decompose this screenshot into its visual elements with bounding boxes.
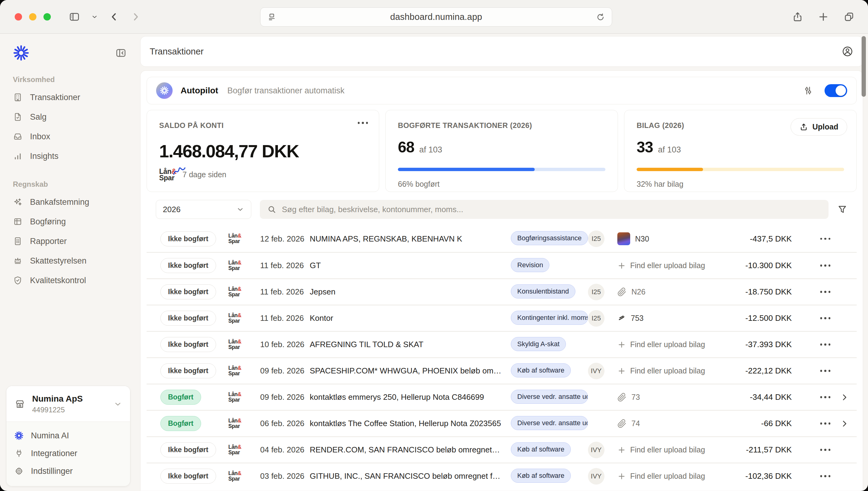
booked-card: BOGFØRTE TRANSAKTIONER (2026) 68 af 103 …: [385, 110, 618, 192]
row-menu-button[interactable]: [820, 317, 831, 319]
transaction-date: 09 feb. 2026: [260, 366, 310, 376]
bilag-code[interactable]: 753: [631, 314, 643, 323]
sidebar-item-bankafstemning[interactable]: Bankafstemning: [0, 192, 138, 212]
sidebar-item-inbox[interactable]: Inbox: [0, 127, 138, 146]
search-box[interactable]: [260, 200, 829, 219]
company-name: Numina ApS: [32, 394, 83, 404]
sidebar-item-numina-ai[interactable]: Numina AI: [14, 427, 122, 444]
transaction-row[interactable]: Bogført Lån&Spar 09 feb. 2026 kontaktløs…: [147, 383, 857, 410]
row-menu-button[interactable]: [820, 396, 831, 398]
row-menu-button[interactable]: [820, 264, 831, 267]
company-switcher[interactable]: Numina ApS 44991225: [6, 386, 130, 422]
tab-overview-icon[interactable]: [843, 11, 855, 22]
add-bilag-button[interactable]: Find eller upload bilag: [617, 367, 705, 375]
sliders-icon[interactable]: [803, 85, 813, 96]
sidebar-item-integrationer[interactable]: Integrationer: [14, 444, 122, 462]
reader-icon[interactable]: [267, 12, 276, 22]
sidebar-item-skattestyrelsen[interactable]: Skattestyrelsen: [0, 251, 138, 270]
status-badge: Ikke bogført: [160, 469, 216, 484]
bilag-code[interactable]: 73: [631, 393, 640, 402]
transaction-row[interactable]: Ikke bogført Lån&Spar 10 feb. 2026 AFREG…: [147, 331, 857, 357]
row-menu-button[interactable]: [820, 423, 831, 425]
new-tab-icon[interactable]: [818, 11, 829, 22]
row-menu-button[interactable]: [820, 343, 831, 346]
category-badge[interactable]: Kontingenter inkl. moms: [511, 311, 588, 325]
scrollbar-thumb[interactable]: [862, 36, 866, 97]
add-bilag-button[interactable]: Find eller upload bilag: [617, 340, 705, 349]
sidebar-item-bogfoering[interactable]: Bogføring: [0, 212, 138, 231]
sparkles-icon: [13, 197, 23, 207]
category-badge[interactable]: Bogføringsassistance: [511, 231, 588, 245]
close-button[interactable]: [15, 13, 22, 21]
sidebar-item-transaktioner[interactable]: Transaktioner: [0, 88, 138, 107]
upload-button[interactable]: Upload: [790, 118, 847, 136]
account-icon[interactable]: [841, 45, 854, 58]
year-select[interactable]: 2026: [156, 200, 251, 219]
sidebar-item-kvalitetskontrol[interactable]: Kvalitetskontrol: [0, 270, 138, 290]
transaction-amount: -12.500 DKK: [718, 314, 792, 323]
add-bilag-button[interactable]: Find eller upload bilag: [617, 261, 705, 270]
bilag-code[interactable]: 74: [631, 419, 640, 428]
category-badge[interactable]: Revision: [511, 258, 549, 272]
back-button[interactable]: [109, 11, 119, 22]
expand-row-icon[interactable]: [840, 420, 849, 428]
share-icon[interactable]: [792, 11, 803, 22]
status-badge: Ikke bogført: [160, 363, 216, 378]
row-menu-button[interactable]: [820, 291, 831, 293]
transaction-row[interactable]: Ikke bogført Lån&Spar 11 feb. 2026 GT Re…: [147, 252, 857, 278]
row-menu-button[interactable]: [820, 370, 831, 372]
category-badge[interactable]: Konsulentbistand: [511, 284, 575, 298]
address-bar[interactable]: dashboard.numina.app: [260, 7, 612, 27]
sidebar-toggle-icon[interactable]: [68, 11, 80, 23]
transaction-row[interactable]: Ikke bogført Lån&Spar 12 feb. 2026 NUMIN…: [147, 226, 857, 252]
category-badge[interactable]: Diverse vedr. ansatte uder: [511, 390, 588, 404]
add-bilag-button[interactable]: Find eller upload bilag: [617, 445, 705, 454]
chevron-down-icon: [114, 400, 122, 408]
transaction-row[interactable]: Ikke bogført Lån&Spar 11 feb. 2026 Konto…: [147, 305, 857, 331]
bank-logo: Lån& Spar: [159, 168, 176, 181]
bilag-code[interactable]: N26: [631, 287, 646, 296]
category-badge[interactable]: Køb af software: [511, 363, 571, 377]
transaction-row[interactable]: Ikke bogført Lån&Spar 04 feb. 2026 RENDE…: [147, 436, 857, 463]
vat-code-badge: IVY: [588, 363, 604, 379]
sidebar-item-insights[interactable]: Insights: [0, 146, 138, 166]
sidebar-item-rapporter[interactable]: Rapporter: [0, 231, 138, 251]
booked-of: af 103: [419, 145, 442, 154]
category-badge[interactable]: Køb af software: [511, 469, 571, 483]
row-menu-button[interactable]: [820, 238, 831, 240]
transaction-row[interactable]: Ikke bogført Lån&Spar 09 feb. 2026 SPACE…: [147, 357, 857, 383]
autopilot-toggle[interactable]: [825, 84, 847, 97]
bilag-thumbnail[interactable]: [617, 232, 630, 245]
transaction-row[interactable]: Bogført Lån&Spar 06 feb. 2026 kontaktløs…: [147, 410, 857, 436]
bank-logo: Lån&Spar: [228, 365, 241, 377]
fullscreen-button[interactable]: [43, 13, 51, 21]
row-menu-button[interactable]: [820, 475, 831, 477]
forward-button[interactable]: [130, 11, 141, 22]
collapse-sidebar-icon[interactable]: [115, 47, 127, 59]
category-badge[interactable]: Skyldig A-skat: [511, 337, 566, 351]
bilag-code[interactable]: N30: [635, 234, 649, 243]
add-bilag-button[interactable]: Find eller upload bilag: [617, 472, 705, 481]
transaction-row[interactable]: Ikke bogført Lån&Spar 03 feb. 2026 GITHU…: [147, 463, 857, 489]
sidebar-item-label: Salg: [30, 112, 47, 122]
search-input[interactable]: [282, 205, 821, 214]
bank-logo: Lån&Spar: [228, 312, 241, 324]
category-badge[interactable]: Diverse vedr. ansatte uder: [511, 416, 588, 430]
row-menu-button[interactable]: [820, 449, 831, 451]
sidebar-item-label: Skattestyrelsen: [30, 256, 87, 266]
sidebar-chevron-icon[interactable]: [91, 13, 98, 20]
shield-check-icon: [13, 276, 23, 285]
minimize-button[interactable]: [29, 13, 36, 21]
paperclip-icon: [617, 393, 627, 402]
expand-row-icon[interactable]: [840, 393, 849, 402]
sidebar-item-indstillinger[interactable]: Indstillinger: [14, 462, 122, 480]
category-badge[interactable]: Køb af software: [511, 442, 571, 456]
reload-icon[interactable]: [596, 12, 605, 22]
filter-icon[interactable]: [837, 204, 847, 214]
sidebar-item-salg[interactable]: Salg: [0, 107, 138, 127]
sidebar: Virksomhed Transaktioner Salg Inbox Insi…: [0, 34, 138, 491]
transaction-row[interactable]: Ikke bogført Lån&Spar 11 feb. 2026 Jepse…: [147, 278, 857, 305]
url-text: dashboard.numina.app: [276, 12, 596, 22]
card-menu-button[interactable]: [358, 122, 368, 124]
plug-icon: [14, 449, 24, 458]
